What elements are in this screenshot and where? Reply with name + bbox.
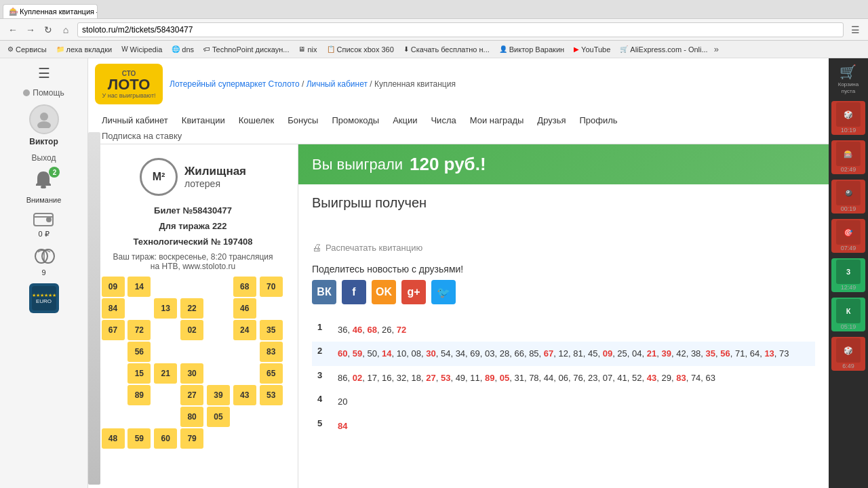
ticket-cell [102,342,125,362]
hamburger-menu-icon[interactable]: ☰ [38,65,50,81]
more-bookmarks[interactable]: » [714,44,719,54]
user-profile[interactable]: Виктор [29,104,59,146]
rs-lottery-5[interactable]: 3 12:49 [831,258,865,292]
share-ok-button[interactable]: OK [372,280,396,304]
rs-lottery-1[interactable]: 🎲 10:19 [831,101,865,135]
bookmark-label: Список xbox 360 [337,45,394,54]
nav-actions[interactable]: Акции [386,113,424,128]
help-item[interactable]: Помощь [23,88,64,98]
bookmark-youtube[interactable]: ▶ YouTube [570,44,614,55]
rs-icon-img-6: К [836,299,861,323]
draw-number-value: 74 [691,373,701,383]
share-vk-button[interactable]: ВК [312,280,336,304]
forward-button[interactable]: → [23,22,38,37]
svg-point-4 [46,217,52,222]
ticket-cell: 83 [260,342,283,362]
rs-lottery-2[interactable]: 🎰 02:49 [831,140,865,174]
draw-number-value: 30 [426,348,435,359]
bookmark-xbox[interactable]: 📋 Список xbox 360 [323,44,397,55]
ticket-cell: 39 [207,385,230,405]
rs-lottery-6[interactable]: К 05:19 [831,298,865,331]
user-icon: 👤 [499,45,507,53]
ticket-cell: 05 [207,407,230,427]
rs-lottery-7[interactable]: 🎲 6:49 [831,337,865,371]
draw-number-value: 44 [544,373,553,383]
nav-tickets[interactable]: Квитанции [175,113,232,128]
nav-cabinet[interactable]: Личный кабинет [95,113,175,128]
number-separator: , [539,348,544,359]
bookmark-leha[interactable]: 📁 леха вкладки [53,44,116,55]
ticket-cell: 72 [127,320,151,340]
gplus-icon: g+ [407,286,420,298]
broadcast-line1: Ваш тираж: воскресенье, 8:20 трансляция [113,252,273,262]
wallet-item[interactable]: 0 ₽ [33,211,55,239]
ticket-cell [127,407,151,427]
lottery-circle-logo: M² [140,158,178,196]
draw-number-value: 78 [529,373,538,383]
bookmark-technopoint[interactable]: 🏷 TechnoPoint дискаун... [200,44,292,55]
number-separator: , [597,373,602,383]
menu-button[interactable]: ☰ [848,22,863,37]
back-button[interactable]: ← [5,22,20,37]
bookmark-nix[interactable]: 🖥 nix [295,44,320,55]
draw-number-value: 38 [691,348,701,359]
logout-button[interactable]: Выход [32,153,56,163]
nav-promo[interactable]: Промокоды [325,113,386,128]
share-gplus-button[interactable]: g+ [401,280,426,304]
draw-row: 420 [312,390,815,413]
active-tab[interactable]: 🎰 Купленная квитанция — С... [3,4,98,18]
ticket-cell [154,385,177,405]
notification-bell[interactable]: 2 Внимание [26,169,62,204]
brain-item[interactable]: 9 [32,245,56,277]
bookmark-wiki[interactable]: W Wicipedia [118,44,165,55]
share-fb-button[interactable]: f [342,280,366,304]
nav-friends[interactable]: Друзья [530,113,572,128]
euro-lotteries-item[interactable]: ★★★★★★ EURO [29,283,59,313]
home-button[interactable]: ⌂ [58,22,73,37]
euro-badge: ★★★★★★ EURO [29,283,59,313]
number-separator: , [450,373,455,383]
number-separator: , [730,348,735,359]
ticket-cell: 53 [260,385,283,405]
draw-number-value: 89 [485,373,494,383]
draw-number-value: 85 [529,348,538,359]
nav-awards[interactable]: Мои награды [463,113,531,128]
nav-sub-subscription[interactable]: Подписка на ставку [95,128,189,144]
reload-button[interactable]: ↻ [41,22,56,37]
rs-time-4: 07:49 [831,245,865,251]
address-bar[interactable] [77,22,844,37]
draw-row: 584 [312,414,815,438]
number-separator: , [436,373,441,383]
bookmark-varakin[interactable]: 👤 Виктор Варакин [496,44,568,55]
cart-item[interactable]: 🛒 Корзинапуста [835,61,861,97]
bookmark-services[interactable]: ⚙ Сервисы [4,44,50,55]
draw-number-value: 23 [588,373,597,383]
share-tw-button[interactable]: 🐦 [431,280,456,304]
euro-text: EURO [36,298,52,304]
nav-wallet[interactable]: Кошелек [232,113,281,128]
bookmark-dns[interactable]: 🌐 dns [168,44,197,55]
rs-lottery-3[interactable]: 🎱 00:19 [831,180,865,214]
bookmark-label: TechnoPoint дискаун... [212,45,289,54]
bookmark-download[interactable]: ⬇ Скачать бесплатно н... [400,44,493,55]
nav-numbers[interactable]: Числа [424,113,462,128]
computer-icon: 🖥 [298,45,305,53]
draw-numbers-cell: 20 [332,390,815,413]
nav-profile[interactable]: Профиль [573,113,625,128]
rs-lottery-4[interactable]: 🎯 07:49 [831,219,865,253]
site-logo[interactable]: СТО ЛОТО У нас выигрывают! [95,64,163,104]
page-body: M² Жилищная лотерея Билет №58430477 Для … [88,144,829,488]
draw-number-value: 28 [500,348,509,359]
breadcrumb-cabinet[interactable]: Личный кабинет [307,79,368,89]
draw-number-value: 20 [338,396,347,407]
ticket-cell [180,342,203,362]
draw-number-value: 32 [397,373,406,383]
ticket-cell: 14 [127,277,151,297]
number-separator: , [774,348,779,359]
bookmark-aliexpress[interactable]: 🛒 AliExpress.com - Onli... [616,44,711,55]
breadcrumb-home[interactable]: Лотерейный супермаркет Столото [170,79,300,89]
nav-bonuses[interactable]: Бонусы [281,113,325,128]
ticket-cell [260,407,283,427]
print-button[interactable]: 🖨 Распечатать квитанцию [312,242,422,253]
ticket-cell: 15 [127,363,151,384]
